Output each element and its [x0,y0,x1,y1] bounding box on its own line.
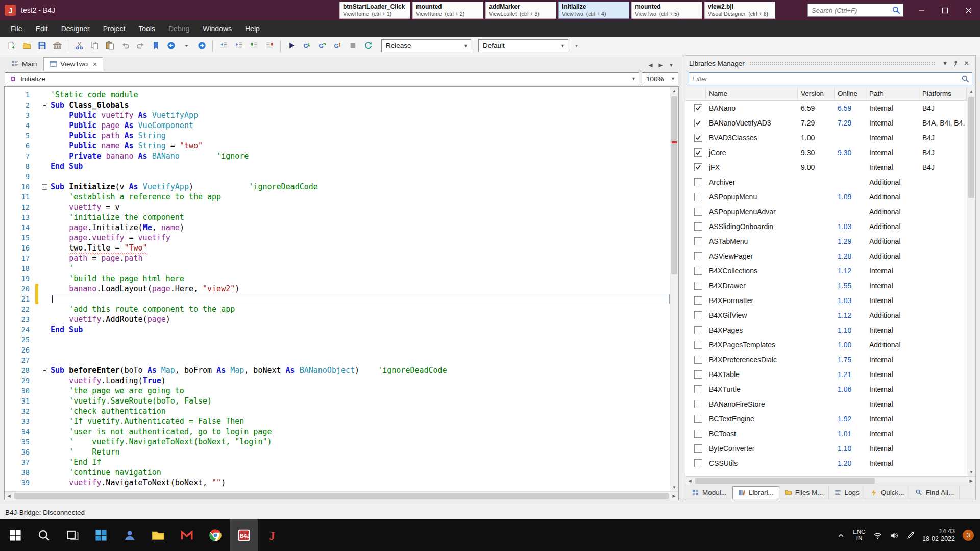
copy-button[interactable] [87,39,102,53]
library-row-b4xcollections[interactable]: B4XCollections1.12Internal [685,263,967,278]
code-line[interactable]: 2Sub Class_Globals [5,100,670,110]
run-configuration-combo[interactable]: Default ▼ [478,39,568,52]
editor-zoom-combo[interactable]: 100% ▼ [642,72,678,85]
taskbar-gmail-icon[interactable] [173,519,201,551]
code-line[interactable]: 6 Public name As String = "two" [5,141,670,151]
library-checkbox[interactable] [694,415,702,423]
library-checkbox[interactable] [694,222,702,231]
scroll-up-icon[interactable]: ▲ [670,87,678,95]
member-selector-combo[interactable]: Initialize ▼ [5,72,639,85]
chevron-down-icon[interactable]: ▼ [668,76,678,81]
library-row-aspopupmenuadvar[interactable]: ASPopupMenuAdvarAdditional [685,204,967,219]
tab-list-icon[interactable]: ▼ [669,62,674,68]
scroll-left-icon[interactable]: ◀ [685,477,694,485]
code-line[interactable]: 31 'vuetify.SaveRoute(boTo, False) [5,396,670,406]
search-input[interactable] [808,7,892,14]
taskbar-b4j-icon[interactable]: B4J [230,519,258,551]
panel-menu-icon[interactable]: ▾ [940,58,950,69]
undo-button[interactable] [118,39,132,53]
library-checkbox[interactable] [694,296,702,305]
nav-forward-button[interactable] [194,39,209,53]
code-line[interactable]: 21 [5,294,670,304]
wifi-icon[interactable] [873,531,882,540]
library-row-aspopupmenu[interactable]: ASPopupMenu1.09Additional [685,189,967,204]
scroll-left-icon[interactable]: ◀ [5,492,13,500]
code-line[interactable]: 28Sub beforeEnter(boTo As Map, boFrom As… [5,365,670,375]
library-row-b4xdrawer[interactable]: B4XDrawer1.55Internal [685,278,967,293]
panel-tab-librari[interactable]: Librari... [732,486,779,499]
library-checkbox[interactable] [694,356,702,364]
code-line[interactable]: 32 'check authentication [5,406,670,416]
library-checkbox[interactable] [694,237,702,245]
scroll-tabs-left-icon[interactable]: ◀ [649,62,653,68]
code-line[interactable]: 9 [5,171,670,182]
library-row-b4xtable[interactable]: B4XTable1.21Internal [685,367,967,382]
chevron-down-icon[interactable]: ▼ [629,76,639,81]
menu-project[interactable]: Project [96,20,132,37]
panel-tab-quick[interactable]: Quick... [865,486,910,499]
nav-back-button[interactable] [164,39,178,53]
library-row-b4xturtle[interactable]: B4XTurtle1.06Internal [685,382,967,396]
library-row-bvad3classes[interactable]: BVAD3Classes1.00InternalB4J [685,130,967,145]
library-checkbox[interactable] [694,193,702,201]
filter-input[interactable] [689,75,961,83]
doc-tab-main[interactable]: Main [5,57,43,71]
code-line[interactable]: 1'Static code module [5,90,670,100]
minimize-button[interactable] [910,0,933,20]
tray-chevron-up-icon[interactable] [837,531,845,540]
doc-tab-viewtwo[interactable]: ViewTwo× [43,57,103,71]
library-row-bctoast[interactable]: BCToast1.01Internal [685,426,967,441]
redo-button[interactable] [133,39,148,53]
code-line[interactable]: 4 Public page As VueComponent [5,120,670,131]
notification-badge[interactable]: 3 [963,530,974,541]
comment-button[interactable] [247,39,261,53]
code-line[interactable]: 15 page.vuetify = vuetify [5,233,670,243]
menu-designer[interactable]: Designer [55,20,96,37]
scroll-tabs-right-icon[interactable]: ▶ [658,62,663,68]
stop-button[interactable] [346,39,360,53]
panel-tab-find-all[interactable]: Find All... [910,486,960,499]
library-checkbox[interactable] [694,208,702,216]
pen-icon[interactable] [906,531,915,540]
code-line[interactable]: 25 [5,335,670,345]
search-icon[interactable] [892,6,901,15]
code-line[interactable]: 38 'continue navigation [5,467,670,478]
filter-box[interactable] [689,72,972,85]
quick-tab-view2-bjl[interactable]: view2.bjlVisual Designer (ctrl + 6) [704,2,775,19]
library-row-cssutils[interactable]: CSSUtils1.20Internal [685,456,967,470]
step-out-button[interactable]: G [330,39,345,53]
quick-tab-mounted[interactable]: mountedViewHome (ctrl + 2) [412,2,483,19]
code-line[interactable]: 16 two.Title = "Two" [5,243,670,253]
library-row-jcore[interactable]: jCore9.309.30InternalB4J [685,145,967,160]
code-line[interactable]: 33 'If vuetify.Authenticated = False The… [5,416,670,427]
code-line[interactable]: 17 path = page.path [5,253,670,263]
taskbar-search-icon[interactable] [30,519,58,551]
code-line[interactable]: 36 ' Return [5,447,670,457]
quick-tab-mounted[interactable]: mountedViewTwo (ctrl + 5) [631,2,702,19]
scroll-down-icon[interactable]: ▼ [967,468,975,476]
restart-button[interactable] [361,39,375,53]
taskbar-explorer-icon[interactable] [144,519,173,551]
library-manager-button[interactable] [50,39,64,53]
libraries-hscroll-thumb[interactable] [695,478,875,484]
volume-icon[interactable] [890,531,898,540]
menu-edit[interactable]: Edit [29,20,55,37]
libraries-horizontal-scrollbar[interactable]: ◀ ▶ [685,476,975,485]
column-path[interactable]: Path [866,87,919,100]
code-line[interactable]: 34 'user is not authenticated, go to log… [5,427,670,437]
menu-windows[interactable]: Windows [196,20,238,37]
code-line[interactable]: 27 [5,355,670,365]
code-line[interactable]: 12 vuetify = v [5,202,670,212]
library-row-asslidingonboardin[interactable]: ASSlidingOnboardin1.03Additional [685,219,967,234]
menu-tools[interactable]: Tools [132,20,162,37]
column-name[interactable]: Name [706,87,798,100]
menu-debug[interactable]: Debug [162,20,196,37]
menu-help[interactable]: Help [238,20,266,37]
editor-vertical-scrollbar[interactable]: ▲ ▼ [670,87,678,491]
library-row-bananovuetifyad3[interactable]: BANanoVuetifyAD37.297.29InternalB4A, B4i… [685,115,967,130]
language-indicator[interactable]: ENG IN [853,529,866,542]
run-button[interactable] [284,39,299,53]
library-row-archiver[interactable]: ArchiverAdditional [685,174,967,189]
library-checkbox[interactable] [694,341,702,349]
libraries-vscroll-thumb[interactable] [968,97,974,198]
